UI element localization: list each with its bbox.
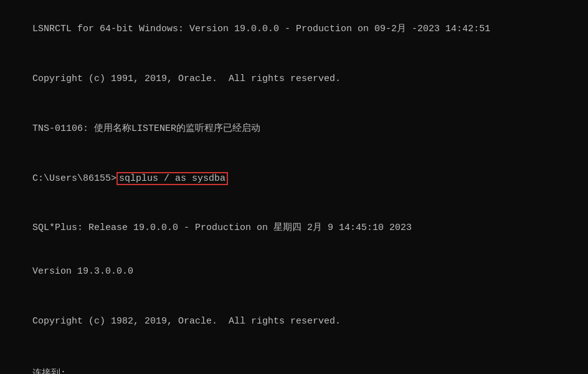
line-copyright1: Copyright (c) 1991, 2019, Oracle. All ri… <box>10 57 578 101</box>
line-sqlplus-command: C:\Users\86155>sqlplus / as sysdba <box>10 156 578 200</box>
prompt-prefix: C:\Users\86155> <box>32 173 116 184</box>
line-tns: TNS-01106: 使用名称LISTENER的监听程序已经启动 <box>10 107 578 151</box>
line-version1: Version 19.3.0.0.0 <box>10 250 578 294</box>
line-connected-label: 连接到: <box>10 352 578 374</box>
terminal-container: LSNRCTL for 64-bit Windows: Version 19.0… <box>10 7 578 374</box>
line-lsnrctl: LSNRCTL for 64-bit Windows: Version 19.0… <box>10 7 578 51</box>
line-sqlplus-version: SQL*Plus: Release 19.0.0.0 - Production … <box>10 206 578 250</box>
command-sqlplus: sqlplus / as sysdba <box>116 172 228 185</box>
line-copyright2: Copyright (c) 1982, 2019, Oracle. All ri… <box>10 300 578 343</box>
